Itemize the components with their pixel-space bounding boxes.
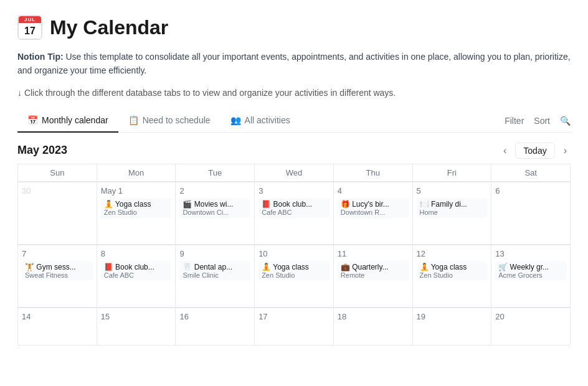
- event-location: Downtown Ci...: [183, 209, 247, 216]
- cal-cell-1-6[interactable]: 13🛒 Weekly gr...Acme Grocers: [491, 245, 571, 308]
- event-location: Zen Studio: [262, 271, 326, 279]
- event-title: 🎁 Lucy's bir...: [341, 200, 405, 209]
- icon-month: JUL: [19, 16, 41, 23]
- tab-all-label: All activities: [245, 115, 290, 125]
- cal-cell-1-4[interactable]: 11💼 Quarterly...Remote: [334, 245, 413, 308]
- event-tag[interactable]: 🎬 Movies wi...Downtown Ci...: [179, 198, 250, 218]
- cal-cell-0-6[interactable]: 6: [491, 182, 571, 245]
- cal-cell-2-2[interactable]: 16: [176, 308, 255, 346]
- event-tag[interactable]: 📕 Book club...Cafe ABC: [258, 198, 330, 218]
- cell-date: May 1: [101, 186, 172, 195]
- cal-cell-1-2[interactable]: 9🦷 Dental ap...Smile Clinic: [176, 245, 255, 308]
- day-header-sun: Sun: [18, 164, 97, 182]
- event-tag[interactable]: 💼 Quarterly...Remote: [338, 261, 409, 281]
- cell-date: 14: [22, 312, 93, 321]
- tab-schedule-label: Need to schedule: [143, 115, 211, 125]
- event-tag[interactable]: 🧘 Yoga classZen Studio: [417, 261, 488, 281]
- today-button[interactable]: Today: [515, 143, 554, 159]
- day-header-fri: Fri: [413, 164, 492, 182]
- event-location: Smile Clinic: [183, 271, 247, 279]
- filter-button[interactable]: Filter: [505, 116, 524, 126]
- calendar-grid: Sun Mon Tue Wed Thu Fri Sat: [17, 164, 571, 182]
- event-location: Home: [420, 209, 485, 216]
- prev-month-button[interactable]: ‹: [500, 143, 510, 159]
- cal-cell-1-3[interactable]: 10🧘 Yoga classZen Studio: [255, 245, 334, 308]
- event-location: Zen Studio: [420, 271, 485, 279]
- day-header-tue: Tue: [176, 164, 255, 182]
- cell-date: 4: [338, 186, 409, 195]
- event-tag[interactable]: 🦷 Dental ap...Smile Clinic: [179, 261, 250, 281]
- sort-button[interactable]: Sort: [534, 116, 550, 126]
- tab-monthly[interactable]: 📅 Monthly calendar: [17, 110, 118, 133]
- cal-cell-0-2[interactable]: 2🎬 Movies wi...Downtown Ci...: [176, 182, 255, 245]
- cal-cell-2-5[interactable]: 19: [413, 308, 492, 346]
- event-title: 🦷 Dental ap...: [183, 263, 247, 271]
- event-tag[interactable]: 🧘 Yoga classZen Studio: [101, 198, 172, 218]
- cal-cell-2-0[interactable]: 14: [18, 308, 97, 346]
- tabs-actions: Filter Sort 🔍: [505, 116, 571, 126]
- cal-cell-0-4[interactable]: 4🎁 Lucy's bir...Downtown R...: [334, 182, 413, 245]
- cal-cell-2-6[interactable]: 20: [491, 308, 571, 346]
- tip-arrow: ↓ Click through the different database t…: [17, 88, 571, 98]
- tabs-row: 📅 Monthly calendar 📋 Need to schedule 👥 …: [17, 110, 571, 133]
- cal-cell-0-1[interactable]: May 1🧘 Yoga classZen Studio: [97, 182, 176, 245]
- cal-cell-0-3[interactable]: 3📕 Book club...Cafe ABC: [255, 182, 334, 245]
- next-month-button[interactable]: ›: [560, 143, 571, 159]
- cal-cell-2-4[interactable]: 18: [334, 308, 413, 346]
- cell-date: 10: [258, 249, 330, 258]
- cal-cell-0-0[interactable]: 30: [18, 182, 97, 245]
- event-title: 📕 Book club...: [104, 263, 169, 271]
- tip-text: Use this template to consolidate all you…: [17, 52, 571, 75]
- notion-tip: Notion Tip: Use this template to consoli…: [17, 50, 571, 78]
- event-title: 🛒 Weekly gr...: [498, 263, 563, 271]
- event-title: 🧘 Yoga class: [262, 263, 326, 271]
- tip-label: Notion Tip:: [17, 52, 64, 62]
- event-tag[interactable]: 🎁 Lucy's bir...Downtown R...: [338, 198, 409, 218]
- search-icon[interactable]: 🔍: [560, 116, 571, 126]
- cell-date: 8: [101, 249, 172, 258]
- cell-date: 18: [338, 312, 409, 321]
- event-tag[interactable]: 🧘 Yoga classZen Studio: [258, 261, 330, 281]
- tab-monthly-icon: 📅: [27, 115, 38, 125]
- tab-all[interactable]: 👥 All activities: [220, 110, 300, 133]
- cell-date: 5: [417, 186, 488, 195]
- cell-date: 11: [338, 249, 409, 258]
- day-header-mon: Mon: [97, 164, 176, 182]
- cell-date: 30: [22, 186, 93, 195]
- event-location: Sweat Fitness: [25, 271, 90, 279]
- cal-cell-1-0[interactable]: 7🏋️ Gym sess...Sweat Fitness: [18, 245, 97, 308]
- event-tag[interactable]: 📕 Book club...Cafe ABC: [101, 261, 172, 281]
- cell-date: 17: [258, 312, 330, 321]
- tab-schedule[interactable]: 📋 Need to schedule: [118, 110, 220, 133]
- cell-date: 19: [417, 312, 488, 321]
- cell-date: 2: [179, 186, 250, 195]
- cell-date: 3: [258, 186, 330, 195]
- event-tag[interactable]: 🛒 Weekly gr...Acme Grocers: [495, 261, 566, 281]
- calendar-week-2: 14151617181920: [17, 308, 571, 346]
- tabs-left: 📅 Monthly calendar 📋 Need to schedule 👥 …: [17, 110, 505, 132]
- cal-cell-2-1[interactable]: 15: [97, 308, 176, 346]
- event-location: Downtown R...: [341, 209, 405, 216]
- event-tag[interactable]: 🏋️ Gym sess...Sweat Fitness: [22, 261, 93, 281]
- event-title: 💼 Quarterly...: [341, 263, 405, 271]
- cal-cell-0-5[interactable]: 5🍽️ Family di...Home: [413, 182, 492, 245]
- calendar-header: May 2023 ‹ Today ›: [17, 133, 571, 164]
- page-title: My Calendar: [50, 16, 168, 39]
- tab-all-icon: 👥: [230, 115, 241, 125]
- event-tag[interactable]: 🍽️ Family di...Home: [417, 198, 488, 218]
- event-location: Cafe ABC: [104, 271, 169, 279]
- event-location: Zen Studio: [104, 209, 169, 216]
- event-title: 🧘 Yoga class: [104, 200, 169, 209]
- cal-cell-1-1[interactable]: 8📕 Book club...Cafe ABC: [97, 245, 176, 308]
- cal-cell-2-3[interactable]: 17: [255, 308, 334, 346]
- page-icon: JUL 17: [17, 15, 42, 40]
- cell-date: 6: [495, 186, 566, 195]
- cell-date: 9: [179, 249, 250, 258]
- nav-controls: ‹ Today ›: [500, 143, 571, 159]
- event-title: 🍽️ Family di...: [420, 200, 485, 209]
- event-location: Remote: [341, 271, 405, 279]
- calendar-week-1: 7🏋️ Gym sess...Sweat Fitness8📕 Book club…: [17, 245, 571, 308]
- cell-date: 16: [179, 312, 250, 321]
- month-title: May 2023: [17, 144, 67, 157]
- cal-cell-1-5[interactable]: 12🧘 Yoga classZen Studio: [413, 245, 492, 308]
